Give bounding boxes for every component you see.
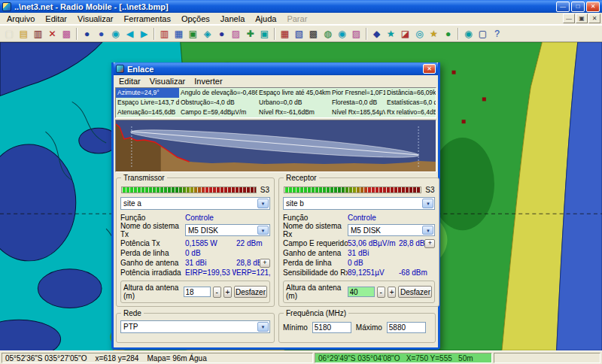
toolbar-separator: [76, 28, 78, 40]
elevation-data-icon[interactable]: ●: [94, 27, 108, 41]
dialog-menu-visualizar[interactable]: Visualizar: [145, 76, 190, 86]
chevron-down-icon[interactable]: ▼: [257, 226, 269, 235]
chevron-down-icon[interactable]: ▼: [422, 226, 433, 235]
merge-pictures-icon[interactable]: ▩: [59, 27, 74, 41]
menu-editar[interactable]: Editar: [40, 14, 72, 24]
contour-lines-icon[interactable]: ▩: [306, 27, 321, 41]
radio-link-icon[interactable]: ◈: [200, 27, 214, 41]
single-coverage-icon[interactable]: ●: [214, 27, 229, 41]
rx-system-value: M5 DISK: [351, 226, 381, 235]
info-cell-rx-relative[interactable]: Rx relativo=6,4dB: [385, 108, 436, 117]
info-cell-free-space-loss[interactable]: Espaço Livre=143,7 dB: [116, 98, 179, 108]
rx-system-select[interactable]: M5 DISK ▼: [348, 224, 435, 236]
new-window-icon[interactable]: ▢: [476, 27, 490, 41]
chevron-down-icon[interactable]: ▼: [257, 322, 269, 332]
tx-antenna-plus-button[interactable]: +: [260, 259, 270, 268]
info-cell-azimute[interactable]: Azimute=24,9°: [116, 88, 179, 98]
rx-site-value: site b: [286, 199, 304, 208]
close-button[interactable]: ✕: [586, 2, 600, 12]
network-properties-icon[interactable]: ▥: [157, 27, 172, 41]
route-coverage-icon[interactable]: ✚: [243, 27, 257, 41]
toolbar-separator: [366, 28, 367, 40]
rx-antenna-plus-button[interactable]: +: [424, 239, 435, 248]
ruler-icon[interactable]: ◆: [369, 27, 384, 41]
chevron-down-icon[interactable]: ▼: [257, 199, 269, 208]
combined-coverage-icon[interactable]: ▨: [229, 27, 243, 41]
info-cell-distance[interactable]: Distância=66,09km: [385, 88, 436, 98]
help-icon[interactable]: ?: [490, 27, 504, 41]
object-editor-icon[interactable]: ▧: [292, 27, 306, 41]
save-picture-icon[interactable]: ▥: [31, 27, 45, 41]
record-route-icon[interactable]: ●: [441, 27, 455, 41]
mdi-restore-button[interactable]: ▣: [576, 14, 588, 23]
map-unit-marker: [462, 120, 466, 123]
new-picture-icon[interactable]: ▢: [2, 27, 17, 41]
info-cell-free-space-until[interactable]: Espaço livre até 45,04km: [257, 88, 330, 98]
info-cell-e-field[interactable]: Campo E=59,4dBµV/m: [179, 108, 257, 117]
tx-height-increase-button[interactable]: +: [223, 287, 232, 298]
menu-ajuda[interactable]: Ajuda: [250, 14, 281, 24]
title-bar: ..\net3.net - Radio Mobile - [..\net3.bm…: [0, 0, 602, 13]
dialog-menu-inverter[interactable]: Inverter: [190, 76, 227, 86]
profile-chart[interactable]: [115, 120, 436, 172]
menu-visualizar[interactable]: Visualizar: [72, 14, 119, 24]
network-select[interactable]: PTP ▼: [120, 320, 270, 333]
info-cell-rx-level-dbm[interactable]: Nível Rx=-61,6dBm: [257, 108, 330, 117]
fresnel-view-icon[interactable]: ◪: [398, 27, 412, 41]
dialog-close-button[interactable]: ✕: [423, 64, 436, 74]
freq-min-input[interactable]: [312, 322, 351, 333]
tx-antenna-height-input[interactable]: [184, 287, 211, 297]
tx-role-label: Função: [120, 214, 185, 222]
row-value: 31 dBi: [185, 259, 236, 267]
rx-height-decrease-button[interactable]: -: [377, 287, 385, 298]
tx-undo-button[interactable]: Desfazer: [234, 286, 267, 298]
rx-height-increase-button[interactable]: +: [388, 287, 396, 298]
maximize-button[interactable]: □: [571, 2, 585, 12]
city-editor-icon[interactable]: ◍: [321, 27, 335, 41]
label-editor-icon[interactable]: ◉: [335, 27, 349, 41]
cursor-position-icon[interactable]: ◉: [108, 27, 123, 41]
mdi-minimize-button[interactable]: —: [563, 14, 575, 23]
back-icon[interactable]: ◀: [123, 27, 137, 41]
info-cell-obstruction[interactable]: Obstrução=-4,0 dB: [179, 98, 257, 108]
tx-signal-meter: [121, 187, 257, 193]
aprs-icon[interactable]: ★: [427, 27, 441, 41]
open-picture-icon[interactable]: ▤: [17, 27, 31, 41]
gps-icon[interactable]: ◎: [412, 27, 427, 41]
close-picture-icon[interactable]: ✕: [45, 27, 59, 41]
system-properties-icon[interactable]: ▣: [186, 27, 200, 41]
info-cell-forest[interactable]: Floresta=0,0 dB: [330, 98, 385, 108]
tx-site-select[interactable]: site a ▼: [120, 197, 270, 210]
chevron-down-icon[interactable]: ▼: [422, 199, 433, 208]
info-cell-elevation-angle[interactable]: Angulo de elevação=-0,486°: [179, 88, 257, 98]
rx-undo-button[interactable]: Desfazer: [398, 286, 432, 298]
mdi-close-button[interactable]: ✕: [588, 14, 600, 23]
row-value: 0 dB: [185, 249, 236, 257]
unit-properties-icon[interactable]: ▦: [172, 27, 186, 41]
menu-ferramentas[interactable]: Ferramentas: [119, 14, 176, 24]
menu-arquivo[interactable]: Arquivo: [2, 14, 40, 24]
best-site-icon[interactable]: ▣: [257, 27, 272, 41]
tx-height-decrease-button[interactable]: -: [213, 287, 221, 298]
rx-site-select[interactable]: site b ▼: [283, 197, 435, 210]
info-cell-worst-fresnel[interactable]: Pior Fresnel=1,0F1: [330, 88, 385, 98]
map-grid-icon[interactable]: ▦: [278, 27, 292, 41]
menu-opcoes[interactable]: Opções: [176, 14, 215, 24]
freq-max-input[interactable]: [387, 322, 426, 333]
info-cell-urban[interactable]: Urbano=0,0 dB: [257, 98, 330, 108]
zoom-icon[interactable]: ◉: [461, 27, 476, 41]
forward-icon[interactable]: ▶: [137, 27, 151, 41]
row-value: 31 dBi: [348, 249, 399, 257]
rx-antenna-height-input[interactable]: [348, 287, 375, 297]
info-cell-statistics[interactable]: Estatísticas=6,0 dB: [385, 98, 436, 108]
dialog-menu-editar[interactable]: Editar: [114, 76, 145, 86]
minimize-button[interactable]: —: [556, 2, 570, 12]
world-map-icon[interactable]: ●: [80, 27, 94, 41]
antenna-pattern-icon[interactable]: ★: [384, 27, 398, 41]
info-cell-attenuation[interactable]: Atenuação=145,6dB: [116, 108, 179, 117]
picture-properties-icon[interactable]: ▨: [349, 27, 363, 41]
menu-janela[interactable]: Janela: [215, 14, 250, 24]
tx-system-select[interactable]: M5 DISK ▼: [185, 224, 270, 236]
rx-line-loss-row: Perda de linha 0 dB: [283, 258, 435, 268]
info-cell-rx-level-uv[interactable]: Nível Rx=185,54µV: [330, 108, 385, 117]
